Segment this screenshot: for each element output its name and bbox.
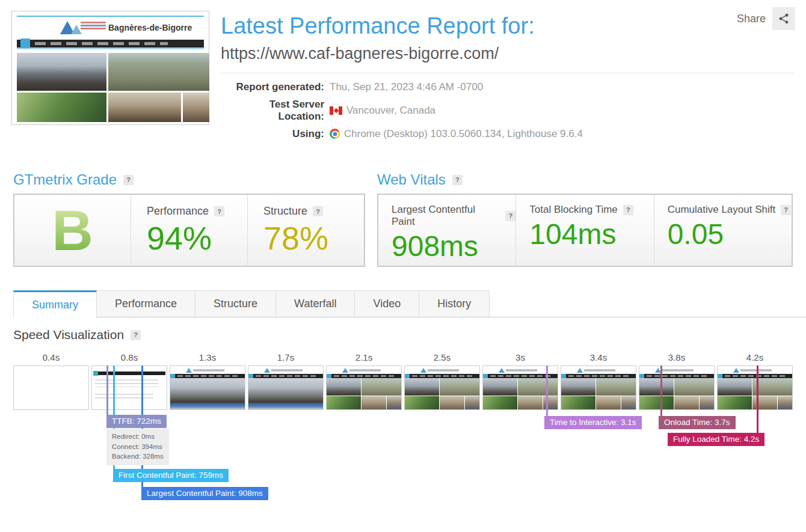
frame-logo-text	[193, 369, 224, 371]
ttfb-marker-details: Redirect: 0ms Connect: 394ms Backend: 32…	[106, 429, 169, 465]
time-label: 1.7s	[248, 352, 324, 362]
metric-label: Performance ?	[147, 205, 247, 218]
lcp-value: 908ms	[392, 230, 515, 263]
frame-logo-icon	[733, 368, 739, 373]
ttfb-backend: Backend: 328ms	[112, 451, 164, 462]
metric-label: Total Blocking Time ?	[529, 204, 653, 216]
frame-logo-icon	[420, 368, 426, 373]
filmstrip-frame-2.1s	[326, 365, 402, 410]
meta-row-generated: Report generated: Thu, Sep 21, 2023 4:46…	[221, 81, 794, 93]
tab-structure[interactable]: Structure	[195, 290, 276, 317]
structure-label: Structure	[263, 205, 307, 218]
help-icon[interactable]: ?	[781, 205, 791, 215]
meta-browser-text: Chrome (Desktop) 103.0.5060.134, Lightho…	[344, 128, 583, 140]
time-label: 0.4s	[13, 352, 89, 362]
help-icon[interactable]: ?	[623, 205, 633, 215]
frame-navbar	[93, 371, 165, 375]
time-label: 3.4s	[561, 352, 636, 362]
tbt-value: 104ms	[529, 218, 653, 251]
metric-label: Structure ?	[263, 205, 364, 218]
help-icon[interactable]: ?	[452, 175, 463, 185]
speed-visualization-heading: Speed Visualization ?	[13, 328, 141, 342]
grade-heading-text: GTmetrix Grade	[13, 171, 117, 188]
time-label: 3.8s	[639, 352, 715, 362]
thumbnail-nav-underline	[17, 47, 204, 49]
frame-photo	[718, 378, 792, 409]
help-icon[interactable]: ?	[214, 206, 224, 216]
photo-ridge	[17, 93, 106, 122]
filmstrip-frame-3.4s	[561, 365, 636, 410]
structure-metric-cell: Structure ? 78%	[248, 195, 364, 266]
ttfb-marker-line	[106, 365, 108, 415]
frame-logo-icon	[499, 368, 505, 373]
frame-text-block	[95, 379, 158, 387]
photo-mountain	[17, 53, 106, 91]
filmstrip-frame-2.5s	[404, 365, 480, 410]
speed-visualization-title: Speed Visualization	[13, 328, 124, 342]
meta-location-text: Vancouver, Canada	[346, 105, 435, 117]
time-label: 4.2s	[717, 352, 793, 362]
filmstrip-frame-0.4s	[13, 365, 89, 410]
frame-logo-text	[271, 369, 303, 371]
time-label: 2.1s	[326, 352, 402, 362]
site-screenshot-thumbnail[interactable]: Bagnères-de-Bigorre	[11, 11, 209, 125]
vitals-heading-text: Web Vitals	[377, 171, 446, 188]
time-label: 2.5s	[404, 352, 480, 362]
tbt-metric-cell: Total Blocking Time ? 104ms	[516, 195, 654, 266]
share-icon	[778, 13, 790, 25]
meta-value: Thu, Sep 21, 2023 4:46 AM -0700	[330, 81, 483, 93]
help-icon[interactable]: ?	[131, 330, 141, 340]
frame-navbar	[248, 374, 323, 378]
tab-history[interactable]: History	[419, 290, 490, 317]
thumbnail-site-header: Bagnères-de-Bigorre	[17, 17, 204, 40]
help-icon[interactable]: ?	[313, 206, 323, 216]
report-url[interactable]: https://www.caf-bagneres-bigorre.com/	[221, 44, 794, 63]
share-button[interactable]	[772, 7, 795, 30]
filmstrip-frame-3.8s	[639, 365, 715, 410]
performance-label: Performance	[147, 205, 209, 218]
frame-logo-text	[349, 369, 381, 371]
lcp-metric-cell: Largest Contentful Paint ? 908ms	[378, 195, 516, 266]
site-logo-caption	[81, 22, 106, 30]
page-title: Latest Performance Report for:	[221, 13, 794, 40]
share-label: Share	[737, 13, 766, 25]
thumbnail-photo-collage	[17, 53, 204, 120]
grade-letter-cell: B	[14, 195, 131, 266]
report-tabs: Summary Performance Structure Waterfall …	[13, 290, 806, 317]
frame-photo	[248, 378, 323, 409]
structure-value: 78%	[263, 219, 364, 257]
frame-navbar	[405, 374, 479, 378]
meta-value: Vancouver, Canada	[330, 105, 435, 117]
fully-loaded-marker-line	[757, 365, 758, 433]
filmstrip-frame-1.3s	[170, 365, 245, 410]
chrome-icon	[330, 129, 340, 139]
fcp-marker-label: First Contentful Paint: 759ms	[113, 469, 229, 482]
tab-video[interactable]: Video	[355, 290, 419, 317]
time-label: 3s	[482, 352, 558, 362]
frame-logo-icon	[186, 368, 192, 373]
frame-photo	[170, 378, 245, 409]
time-label: 0.8s	[91, 352, 167, 362]
meta-label: Report generated:	[221, 81, 324, 93]
filmstrip: TTFB: 722ms Redirect: 0ms Connect: 394ms…	[13, 365, 795, 510]
help-icon[interactable]: ?	[123, 175, 134, 185]
frame-text-block	[95, 394, 153, 401]
frame-logo-text	[428, 369, 459, 371]
help-icon[interactable]: ?	[505, 211, 515, 221]
tab-waterfall[interactable]: Waterfall	[276, 290, 355, 317]
ttfb-redirect: Redirect: 0ms	[112, 432, 164, 442]
frame-navbar	[170, 374, 245, 378]
frame-logo-icon	[342, 368, 348, 373]
tab-summary[interactable]: Summary	[13, 290, 97, 317]
report-meta: Report generated: Thu, Sep 21, 2023 4:46…	[221, 81, 794, 140]
metric-label: Largest Contentful Paint ?	[392, 204, 515, 228]
filmstrip-frame-0.8s	[91, 365, 167, 410]
frame-navbar	[718, 374, 792, 378]
tbt-label: Total Blocking Time	[529, 204, 617, 216]
tti-marker-label: Time to Interactive: 3.1s	[544, 416, 642, 429]
cls-metric-cell: Cumulative Layout Shift ? 0.05	[654, 195, 792, 266]
frame-photo	[327, 378, 401, 409]
lcp-label: Largest Contentful Paint	[392, 204, 500, 228]
frame-logo-text	[506, 369, 537, 371]
tab-performance[interactable]: Performance	[97, 290, 195, 317]
